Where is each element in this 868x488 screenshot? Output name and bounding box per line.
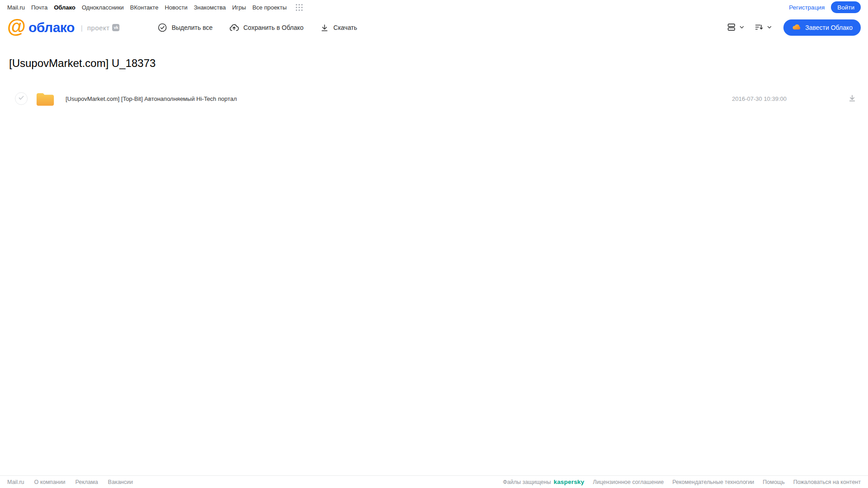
- check-circle-icon: [157, 23, 167, 33]
- chevron-down-icon: [766, 24, 773, 32]
- vk-badge-icon: vk: [112, 24, 119, 31]
- main-content: [UsupovMarket.com] U_18373 [UsupovMarket: [0, 57, 868, 109]
- topnav-link-novosti[interactable]: Новости: [165, 4, 187, 11]
- apps-grid-icon[interactable]: [296, 4, 303, 11]
- topnav-link-vkontakte[interactable]: ВКонтакте: [130, 4, 159, 11]
- file-toolbar: Выделить все Сохранить в Облако Скачат: [157, 23, 357, 33]
- kaspersky-logo[interactable]: kaspersky: [554, 479, 584, 485]
- footer: Mail.ru О компании Реклама Вакансии Файл…: [0, 475, 868, 488]
- top-nav-auth: Регистрация Войти: [789, 1, 861, 13]
- download-icon: [320, 23, 329, 33]
- footer-link-advert[interactable]: Реклама: [75, 479, 98, 485]
- project-label: проект: [87, 24, 110, 32]
- topnav-link-mailru[interactable]: Mail.ru: [7, 4, 25, 11]
- get-cloud-label: Завести Облако: [805, 24, 853, 31]
- brand-divider: |: [81, 24, 83, 32]
- footer-link-mailru[interactable]: Mail.ru: [7, 479, 24, 485]
- file-download-icon: [848, 94, 857, 104]
- file-checkbox[interactable]: [15, 92, 28, 105]
- check-icon: [18, 95, 24, 103]
- footer-left-links: Mail.ru О компании Реклама Вакансии: [7, 479, 133, 485]
- footer-link-license[interactable]: Лицензионное соглашение: [593, 479, 664, 485]
- header-bar: @ облако | проект vk Выделить все: [0, 14, 868, 41]
- footer-link-help[interactable]: Помощь: [763, 479, 784, 485]
- topnav-link-oblako[interactable]: Облако: [54, 4, 76, 11]
- sort-button[interactable]: [754, 22, 773, 33]
- footer-link-jobs[interactable]: Вакансии: [108, 479, 133, 485]
- chevron-down-icon: [739, 24, 745, 32]
- select-all-label: Выделить все: [171, 24, 213, 31]
- footer-right-links: Файлы защищены kaspersky Лицензионное со…: [503, 479, 861, 485]
- cloud-upload-icon: [229, 23, 239, 33]
- file-row[interactable]: [UsupovMarket.com] [Top-Bit] Автонаполня…: [0, 88, 868, 109]
- cloud-logo[interactable]: @ облако | проект vk: [7, 19, 119, 36]
- registration-link[interactable]: Регистрация: [789, 4, 825, 11]
- topnav-link-znakomstva[interactable]: Знакомства: [194, 4, 226, 11]
- save-to-cloud-button[interactable]: Сохранить в Облако: [229, 23, 304, 33]
- page-title: [UsupovMarket.com] U_18373: [9, 57, 868, 70]
- brand-name: облако: [28, 20, 75, 35]
- download-button[interactable]: Скачать: [320, 23, 357, 33]
- download-label: Скачать: [333, 24, 357, 31]
- footer-link-report-content[interactable]: Пожаловаться на контент: [793, 479, 861, 485]
- file-download-button[interactable]: [848, 94, 857, 104]
- header-right-controls: Завести Облако: [726, 19, 861, 36]
- login-button[interactable]: Войти: [831, 1, 861, 13]
- save-to-cloud-label: Сохранить в Облако: [243, 24, 304, 31]
- file-date: 2016-07-30 10:39:00: [732, 95, 787, 102]
- kaspersky-protected: Файлы защищены kaspersky: [503, 479, 584, 485]
- top-navigation: Mail.ru Почта Облако Одноклассники ВКонт…: [0, 0, 868, 14]
- topnav-link-vse-proekty[interactable]: Все проекты: [252, 4, 287, 11]
- select-all-button[interactable]: Выделить все: [157, 23, 213, 33]
- cloud-icon: [792, 22, 801, 33]
- sort-icon: [754, 22, 764, 33]
- topnav-link-igry[interactable]: Игры: [232, 4, 246, 11]
- folder-icon[interactable]: [35, 90, 55, 107]
- footer-link-company[interactable]: О компании: [34, 479, 66, 485]
- view-mode-button[interactable]: [726, 22, 745, 33]
- get-cloud-button[interactable]: Завести Облако: [783, 19, 861, 36]
- topnav-link-pochta[interactable]: Почта: [31, 4, 47, 11]
- view-mode-icon: [726, 22, 736, 33]
- protected-label: Файлы защищены: [503, 479, 551, 485]
- top-nav-links: Mail.ru Почта Облако Одноклассники ВКонт…: [7, 4, 303, 11]
- file-name-link[interactable]: [UsupovMarket.com] [Top-Bit] Автонаполня…: [66, 95, 237, 102]
- mailru-at-icon: @: [7, 17, 26, 36]
- topnav-link-odnoklassniki[interactable]: Одноклассники: [82, 4, 124, 11]
- footer-link-recommendation-tech[interactable]: Рекомендательные технологии: [672, 479, 754, 485]
